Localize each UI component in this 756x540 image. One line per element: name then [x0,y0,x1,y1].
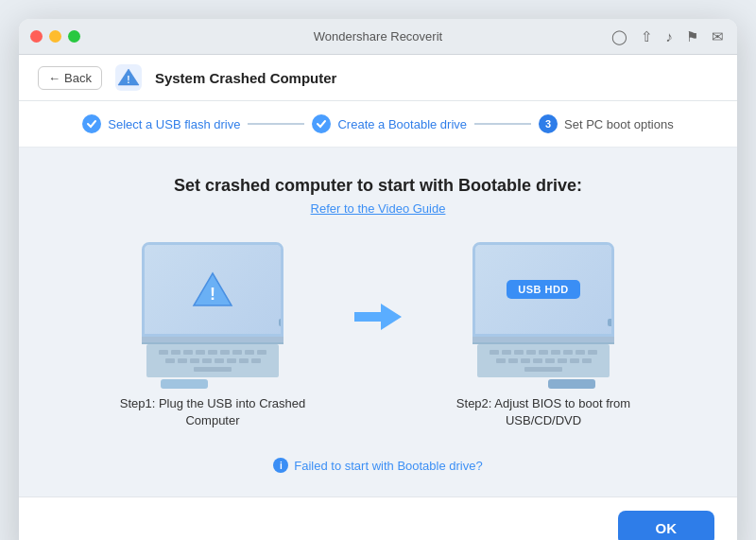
close-button[interactable] [30,30,43,43]
failed-link[interactable]: i Failed to start with Bootable drive? [273,458,482,473]
svg-text:!: ! [210,285,215,304]
main-title: Set crashed computer to start with Boota… [174,176,582,196]
person-icon[interactable]: ◯ [611,28,627,45]
laptop-1-screen: ! [142,242,284,337]
content-area: Set crashed computer to start with Boota… [19,148,737,496]
step-3: 3 Set PC boot options [539,114,674,133]
ok-button[interactable]: OK [618,511,715,540]
laptop-1-keyboard [146,344,279,377]
usb-hdd-badge: USB HDD [507,280,580,299]
laptop-2-keyboard [477,344,610,377]
headset-icon[interactable]: ♪ [666,28,674,44]
steps-bar: Select a USB flash drive Create a Bootab… [19,101,737,148]
step-2-check [312,114,331,133]
mail-icon[interactable]: ✉ [712,28,724,45]
video-guide-link[interactable]: Refer to the Video Guide [311,201,446,216]
steps-illustration: ! [57,242,699,429]
maximize-button[interactable] [68,30,80,43]
minimize-button[interactable] [49,30,61,43]
step1-block: ! [109,242,317,429]
check-icon-2 [316,118,327,130]
laptop-2-screen: USB HDD [472,242,614,337]
failed-link-label: Failed to start with Bootable drive? [294,459,482,473]
title-bar-icons: ◯ ⇧ ♪ ⚑ ✉ [611,28,725,45]
step-line-2 [474,123,531,125]
arrow-icon [354,300,402,334]
svg-text:!: ! [127,75,129,85]
shield-icon[interactable]: ⚑ [686,28,698,45]
step2-block: USB HDD [439,242,647,429]
main-window: Wondershare Recoverit ◯ ⇧ ♪ ⚑ ✉ ← Back !… [19,19,737,540]
laptop-2-illustration: USB HDD [458,242,628,384]
step-1-label: Select a USB flash drive [108,117,240,131]
warning-triangle-icon: ! [192,271,233,307]
step-2-label: Create a Bootable drive [337,117,467,131]
system-crashed-icon: ! [115,64,142,91]
title-bar: Wondershare Recoverit ◯ ⇧ ♪ ⚑ ✉ [19,19,737,55]
step-3-check: 3 [539,114,558,133]
back-arrow-icon: ← [48,71,60,85]
step-1-check [82,114,101,133]
info-icon: i [273,458,288,473]
page-title: System Crashed Computer [155,70,337,86]
back-button[interactable]: ← Back [38,66,102,90]
arrow-connector [354,300,402,334]
check-icon [86,118,97,130]
step-3-label: Set PC boot options [564,117,674,131]
step-line-1 [248,123,304,125]
bottom-bar: OK [19,496,737,540]
laptop-1-illustration: ! [128,242,298,384]
step1-caption: Step1: Plug the USB into Crashed Compute… [109,395,317,429]
step-1: Select a USB flash drive [82,114,240,133]
header-bar: ← Back ! System Crashed Computer [19,55,737,101]
step2-caption: Step2: Adjust BIOS to boot from USB/CD/D… [439,395,647,429]
upload-icon[interactable]: ⇧ [641,28,653,45]
svg-marker-5 [354,304,402,330]
step-2: Create a Bootable drive [312,114,467,133]
app-title: Wondershare Recoverit [314,29,442,44]
traffic-lights [30,30,80,43]
